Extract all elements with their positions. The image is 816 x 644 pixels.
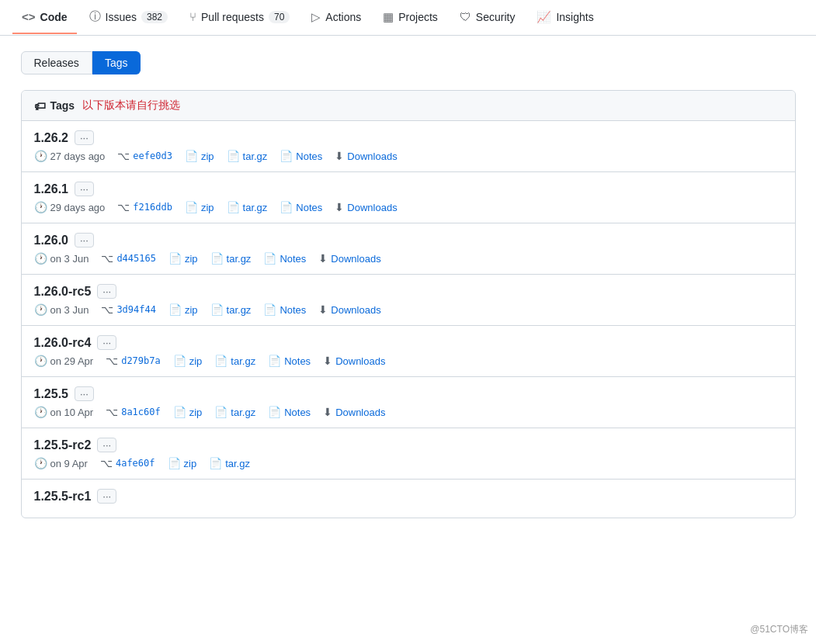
notes-icon: 📄: [263, 252, 276, 265]
navigation-bar: <> Code ⓘ Issues 382 ⑂ Pull requests 70 …: [0, 0, 816, 36]
download-icon: ⬇: [323, 355, 332, 367]
tag-targz-3: 📄 tar.gz: [210, 303, 252, 316]
tag-menu-1[interactable]: ···: [75, 182, 94, 196]
targz-icon: 📄: [214, 406, 227, 418]
zip-link-4[interactable]: zip: [189, 355, 203, 367]
tag-meta-1: 🕐 29 days ago ⌥ f216ddb 📄 zip 📄 tar.gz 📄…: [34, 201, 783, 213]
zip-icon: 📄: [168, 303, 182, 316]
commit-icon: ⌥: [106, 355, 118, 367]
nav-actions[interactable]: ▷ Actions: [302, 1, 370, 35]
downloads-link-1[interactable]: Downloads: [347, 202, 397, 213]
notes-link-3[interactable]: Notes: [280, 304, 306, 316]
commit-link-0[interactable]: eefe0d3: [133, 151, 172, 161]
insights-icon: 📈: [536, 10, 551, 24]
nav-code[interactable]: <> Code: [12, 1, 77, 34]
commit-icon: ⌥: [106, 406, 118, 418]
tag-menu-2[interactable]: ···: [75, 233, 94, 248]
tag-menu-7[interactable]: ···: [97, 489, 116, 504]
targz-link-4[interactable]: tar.gz: [231, 355, 255, 367]
zip-link-3[interactable]: zip: [185, 304, 198, 316]
notes-link-2[interactable]: Notes: [280, 253, 306, 265]
notes-link-4[interactable]: Notes: [284, 355, 311, 367]
tag-commit-0: ⌥ eefe0d3: [117, 150, 172, 162]
commit-link-6[interactable]: 4afe60f: [116, 458, 155, 469]
commit-icon: ⌥: [101, 303, 113, 316]
zip-link-0[interactable]: zip: [201, 151, 214, 162]
tag-commit-5: ⌥ 8a1c60f: [106, 406, 161, 418]
tag-title-row-6: 1.25.5-rc2 ···: [34, 438, 783, 452]
commit-icon: ⌥: [117, 201, 130, 213]
commit-link-5[interactable]: 8a1c60f: [121, 407, 161, 417]
tag-menu-4[interactable]: ···: [97, 335, 116, 350]
targz-link-6[interactable]: tar.gz: [225, 458, 250, 469]
targz-link-2[interactable]: tar.gz: [227, 253, 252, 265]
tag-notes-1: 📄 Notes: [280, 201, 322, 213]
notes-link-0[interactable]: Notes: [296, 151, 322, 162]
tag-time-5: 🕐 on 10 Apr: [34, 406, 94, 418]
commit-link-4[interactable]: d279b7a: [121, 355, 161, 366]
tag-menu-0[interactable]: ···: [75, 130, 94, 145]
nav-security[interactable]: 🛡 Security: [450, 1, 525, 34]
nav-projects[interactable]: ▦ Projects: [373, 1, 447, 35]
downloads-link-2[interactable]: Downloads: [331, 253, 380, 265]
tags-container: 🏷 Tags 以下版本请自行挑选 1.26.2 ··· 🕐 27 days ag…: [21, 90, 796, 518]
commit-link-3[interactable]: 3d94f44: [116, 304, 156, 315]
targz-link-0[interactable]: tar.gz: [243, 151, 268, 162]
zip-link-2[interactable]: zip: [185, 253, 198, 265]
targz-icon: 📄: [209, 457, 222, 469]
code-icon: <>: [22, 10, 36, 23]
tag-time-6: 🕐 on 9 Apr: [34, 457, 88, 469]
targz-icon: 📄: [227, 201, 240, 213]
downloads-link-5[interactable]: Downloads: [335, 407, 385, 418]
tag-version-7: 1.25.5-rc1: [34, 490, 92, 504]
tag-menu-3[interactable]: ···: [97, 284, 116, 299]
tag-time-4: 🕐 on 29 Apr: [34, 355, 94, 367]
commit-link-1[interactable]: f216ddb: [133, 202, 172, 213]
targz-link-3[interactable]: tar.gz: [227, 304, 252, 316]
zip-icon: 📄: [173, 406, 186, 418]
releases-tab[interactable]: Releases: [21, 51, 92, 74]
commit-icon: ⌥: [117, 150, 130, 162]
nav-issues[interactable]: ⓘ Issues 382: [80, 0, 178, 35]
commit-link-2[interactable]: d445165: [116, 253, 156, 264]
tags-list: 1.26.2 ··· 🕐 27 days ago ⌥ eefe0d3 📄 zip…: [22, 121, 795, 518]
tags-tab[interactable]: Tags: [92, 51, 141, 74]
tag-commit-6: ⌥ 4afe60f: [100, 457, 155, 469]
notes-icon: 📄: [263, 303, 276, 316]
zip-link-6[interactable]: zip: [184, 458, 197, 469]
notes-link-1[interactable]: Notes: [296, 202, 322, 213]
tag-meta-6: 🕐 on 9 Apr ⌥ 4afe60f 📄 zip 📄 tar.gz: [34, 457, 783, 469]
downloads-link-3[interactable]: Downloads: [331, 304, 380, 316]
notes-link-5[interactable]: Notes: [284, 407, 311, 418]
downloads-link-4[interactable]: Downloads: [335, 355, 385, 367]
tag-zip-1: 📄 zip: [185, 201, 214, 213]
tag-menu-6[interactable]: ···: [97, 438, 116, 452]
download-icon: ⬇: [323, 406, 332, 418]
tags-header-label: 🏷 Tags: [34, 99, 75, 113]
zip-link-5[interactable]: zip: [189, 407, 203, 418]
tag-row: 1.26.0 ··· 🕐 on 3 Jun ⌥ d445165 📄 zip 📄 …: [22, 223, 795, 275]
tag-notes-0: 📄 Notes: [280, 150, 322, 162]
tag-version-3: 1.26.0-rc5: [34, 285, 92, 299]
zip-icon: 📄: [185, 150, 198, 162]
targz-link-5[interactable]: tar.gz: [231, 407, 255, 418]
zip-icon: 📄: [185, 201, 198, 213]
tag-downloads-2: ⬇ Downloads: [318, 252, 380, 265]
tag-time-1: 🕐 29 days ago: [34, 201, 106, 213]
tag-downloads-1: ⬇ Downloads: [335, 201, 397, 213]
targz-link-1[interactable]: tar.gz: [243, 202, 268, 213]
nav-insights[interactable]: 📈 Insights: [527, 1, 602, 35]
tag-time-2: 🕐 on 3 Jun: [34, 252, 89, 265]
tag-downloads-4: ⬇ Downloads: [323, 355, 385, 367]
zip-icon: 📄: [168, 457, 181, 469]
downloads-link-0[interactable]: Downloads: [347, 151, 397, 162]
tag-row: 1.25.5-rc2 ··· 🕐 on 9 Apr ⌥ 4afe60f 📄 zi…: [22, 428, 795, 480]
tag-targz-5: 📄 tar.gz: [214, 406, 255, 418]
nav-pull-requests[interactable]: ⑂ Pull requests 70: [180, 1, 299, 34]
notes-icon: 📄: [268, 355, 281, 367]
zip-link-1[interactable]: zip: [201, 202, 214, 213]
tag-menu-5[interactable]: ···: [75, 386, 94, 401]
tag-title-row-3: 1.26.0-rc5 ···: [34, 284, 783, 299]
tag-time-3: 🕐 on 3 Jun: [34, 303, 89, 316]
tag-row: 1.25.5-rc1 ···: [22, 480, 795, 518]
